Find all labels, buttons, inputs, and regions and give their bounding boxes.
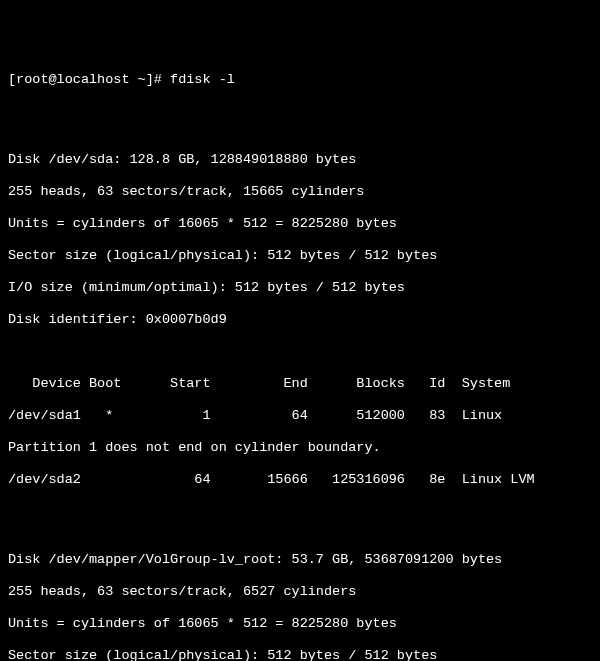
disk-identifier: Disk identifier: 0x0007b0d9 — [8, 312, 592, 328]
disk-io-size: I/O size (minimum/optimal): 512 bytes / … — [8, 280, 592, 296]
disk-geometry: 255 heads, 63 sectors/track, 15665 cylin… — [8, 184, 592, 200]
blank-line — [8, 504, 592, 520]
disk-geometry: 255 heads, 63 sectors/track, 6527 cylind… — [8, 584, 592, 600]
partition-header: Device Boot Start End Blocks Id System — [8, 376, 592, 392]
disk-sector-size: Sector size (logical/physical): 512 byte… — [8, 248, 592, 264]
partition-row: /dev/sda1 * 1 64 512000 83 Linux — [8, 408, 592, 424]
disk-summary: Disk /dev/mapper/VolGroup-lv_root: 53.7 … — [8, 552, 592, 568]
disk-sector-size: Sector size (logical/physical): 512 byte… — [8, 648, 592, 661]
partition-row: /dev/sda2 64 15666 125316096 8e Linux LV… — [8, 472, 592, 488]
disk-summary: Disk /dev/sda: 128.8 GB, 128849018880 by… — [8, 152, 592, 168]
partition-note: Partition 1 does not end on cylinder bou… — [8, 440, 592, 456]
shell-prompt[interactable]: [root@localhost ~]# fdisk -l — [8, 72, 592, 88]
disk-units: Units = cylinders of 16065 * 512 = 82252… — [8, 216, 592, 232]
blank-line — [8, 344, 592, 360]
blank-line — [8, 104, 592, 120]
disk-units: Units = cylinders of 16065 * 512 = 82252… — [8, 616, 592, 632]
